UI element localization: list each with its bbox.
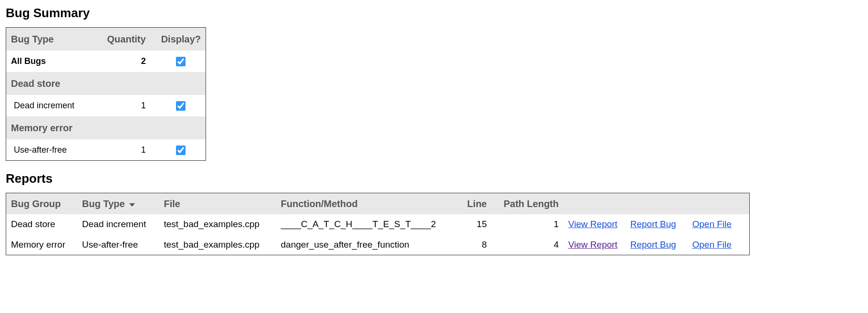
view-report-link[interactable]: View Report [568,219,618,229]
reports-header-type-label: Bug Type [82,198,125,209]
reports-header-blank2 [626,193,688,215]
summary-category-row: Memory error [6,116,206,139]
report-group: Memory error [6,235,78,255]
summary-header-display[interactable]: Display? [156,28,206,51]
report-group: Dead store [6,214,78,234]
open-file-link[interactable]: Open File [692,219,732,229]
sort-descending-icon [129,203,135,207]
summary-item-qty: 1 [93,139,156,161]
bug-summary-table: Bug Type Quantity Display? All Bugs 2 De… [6,27,206,161]
reports-header-pathlen[interactable]: Path Length [492,193,564,215]
report-line: 8 [459,235,492,255]
report-bug-link[interactable]: Report Bug [630,240,676,250]
report-line: 15 [459,214,492,234]
report-type: Dead increment [77,214,159,234]
report-file: test_bad_examples.cpp [159,235,276,255]
reports-header-file[interactable]: File [159,193,276,215]
summary-category-name: Dead store [6,72,206,95]
reports-header-group[interactable]: Bug Group [6,193,78,215]
summary-item-checkbox[interactable] [176,101,186,111]
summary-row-all-bugs: All Bugs 2 [6,51,206,72]
summary-item-qty: 1 [93,95,156,116]
report-function: ____C_A_T_C_H____T_E_S_T____2 [276,214,459,234]
reports-section: Reports Bug Group Bug Type File Function… [6,171,862,255]
summary-all-checkbox[interactable] [176,57,186,66]
report-function: danger_use_after_free_function [276,235,459,255]
summary-category-name: Memory error [6,116,206,139]
summary-header-quantity[interactable]: Quantity [93,28,156,51]
reports-header-func[interactable]: Function/Method [276,193,459,215]
report-file: test_bad_examples.cpp [159,214,276,234]
reports-heading: Reports [6,171,862,186]
reports-table: Bug Group Bug Type File Function/Method … [6,193,750,255]
summary-item-row: Use-after-free 1 [6,139,206,161]
table-row: Dead store Dead increment test_bad_examp… [6,214,750,234]
summary-all-label: All Bugs [6,51,93,72]
summary-header-type[interactable]: Bug Type [6,28,93,51]
summary-item-name: Use-after-free [6,139,93,161]
reports-header-blank3 [688,193,750,215]
reports-header-blank1 [564,193,626,215]
table-row: Memory error Use-after-free test_bad_exa… [6,235,750,255]
report-bug-link[interactable]: Report Bug [630,219,676,229]
summary-all-qty: 2 [93,51,156,72]
report-path-length: 4 [492,235,564,255]
report-path-length: 1 [492,214,564,234]
reports-header-type[interactable]: Bug Type [77,193,159,215]
report-type: Use-after-free [77,235,159,255]
open-file-link[interactable]: Open File [692,240,732,250]
summary-item-checkbox[interactable] [176,146,186,155]
bug-summary-heading: Bug Summary [6,6,862,21]
summary-item-name: Dead increment [6,95,93,116]
bug-summary-section: Bug Summary Bug Type Quantity Display? A… [6,6,862,161]
summary-item-row: Dead increment 1 [6,95,206,116]
reports-header-line[interactable]: Line [459,193,492,215]
summary-category-row: Dead store [6,72,206,95]
view-report-link[interactable]: View Report [568,240,618,250]
